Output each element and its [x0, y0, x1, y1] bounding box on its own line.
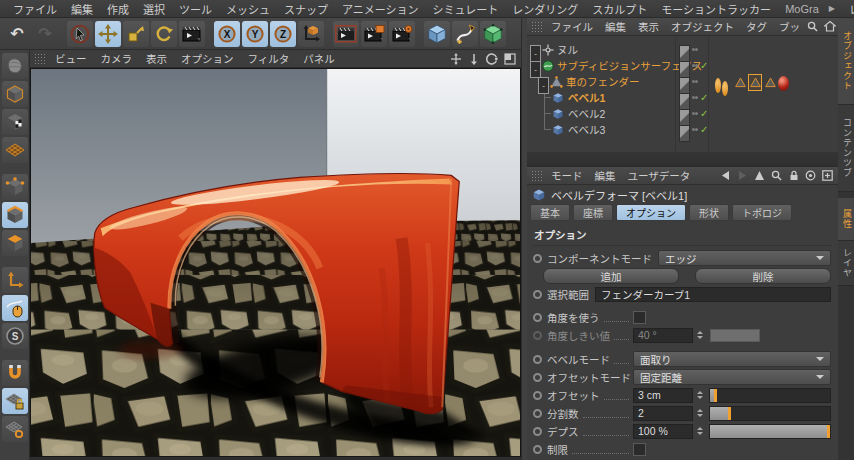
- add-cube-primitive-button[interactable]: [424, 21, 450, 47]
- om-search-icon[interactable]: [806, 20, 819, 33]
- viewport-menu-options[interactable]: オプション: [174, 51, 241, 66]
- history-forward-icon[interactable]: [736, 169, 749, 182]
- animation-dot[interactable]: [533, 427, 542, 436]
- bevel-mode-dropdown[interactable]: 面取り: [633, 351, 831, 367]
- viewport-canvas[interactable]: [30, 68, 521, 457]
- pan-view-icon[interactable]: [449, 52, 463, 66]
- add-subdivision-surface-button[interactable]: [480, 21, 506, 47]
- lock-icon[interactable]: [787, 169, 800, 182]
- animation-dot[interactable]: [533, 391, 542, 400]
- viewport-menu-panel[interactable]: パネル: [296, 51, 342, 66]
- snapping-button[interactable]: [2, 360, 28, 386]
- tab-content-browser[interactable]: コンテンツブ: [838, 105, 854, 192]
- object-row-bevel1[interactable]: ベベル1 ✓: [527, 90, 838, 105]
- z-axis-lock-button[interactable]: Z: [270, 21, 296, 47]
- menu-sculpt[interactable]: スカルプト: [585, 1, 654, 17]
- stepper[interactable]: [695, 406, 704, 421]
- panel-divider[interactable]: [527, 152, 838, 167]
- stepper[interactable]: [695, 424, 704, 439]
- menu-simulate[interactable]: シミュレート: [426, 1, 506, 17]
- object-row-null[interactable]: - ヌル: [527, 42, 838, 57]
- animation-dot[interactable]: [533, 409, 542, 418]
- polygons-mode-button[interactable]: [2, 230, 28, 256]
- limit-checkbox[interactable]: [633, 443, 646, 456]
- object-row-bevel2[interactable]: ベベル2 ✓: [527, 106, 838, 121]
- angle-threshold-slider[interactable]: [709, 328, 831, 343]
- tab-topology[interactable]: トポロジ: [732, 204, 792, 221]
- menu-mograph-truncated[interactable]: MoGra: [778, 3, 826, 15]
- menu-select[interactable]: 選択: [136, 1, 172, 17]
- visibility-dots[interactable]: [692, 106, 698, 121]
- viewport-menu-display[interactable]: 表示: [139, 51, 174, 66]
- visibility-dots[interactable]: [692, 122, 698, 137]
- panel-grip[interactable]: [34, 53, 45, 64]
- tab-object-manager[interactable]: オブジェクト: [838, 18, 854, 105]
- om-home-icon[interactable]: [823, 20, 836, 33]
- menu-motion-tracker[interactable]: モーショントラッカー: [654, 1, 778, 17]
- tab-options[interactable]: オプション: [616, 204, 686, 221]
- visibility-toggle[interactable]: [679, 125, 690, 142]
- stepper[interactable]: [695, 328, 704, 343]
- menu-rendering[interactable]: レンダリング: [505, 1, 585, 17]
- offset-value[interactable]: 3 cm: [633, 388, 693, 403]
- redo-button[interactable]: ↷: [32, 21, 58, 47]
- om-menu-edit[interactable]: 編集: [599, 19, 632, 34]
- y-axis-lock-button[interactable]: Y: [242, 21, 268, 47]
- animation-dot[interactable]: [533, 313, 542, 322]
- rotate-view-icon[interactable]: [485, 52, 499, 66]
- animation-dot[interactable]: [533, 331, 542, 340]
- am-menu-userdata[interactable]: ユーザデータ: [622, 168, 697, 183]
- tab-attributes[interactable]: 属性: [838, 198, 854, 241]
- am-menu-edit[interactable]: 編集: [589, 168, 622, 183]
- am-search-icon[interactable]: [770, 169, 783, 182]
- object-row-subdivision-surface[interactable]: - サブディビジョンサーフェイス ✓: [527, 58, 838, 73]
- last-tool-used[interactable]: [179, 21, 205, 47]
- render-to-picture-viewer-button[interactable]: [361, 21, 387, 47]
- stepper[interactable]: [695, 388, 704, 403]
- live-selection-tool[interactable]: [67, 21, 93, 47]
- object-row-bevel3[interactable]: ベベル3 ✓: [527, 122, 838, 137]
- move-tool[interactable]: [95, 21, 121, 47]
- am-add-panel-icon[interactable]: [821, 169, 834, 182]
- undo-button[interactable]: ↶: [4, 21, 30, 47]
- rotate-tool[interactable]: [151, 21, 177, 47]
- om-menu-tags[interactable]: タグ: [740, 19, 773, 34]
- om-menu-view[interactable]: 表示: [632, 19, 665, 34]
- angle-threshold-value[interactable]: 40 °: [633, 328, 693, 343]
- subdivision-slider[interactable]: [709, 406, 831, 421]
- material-tag-icon[interactable]: [778, 76, 789, 91]
- lock-workplane-button[interactable]: [2, 388, 28, 414]
- edge-selection-tag-icon[interactable]: [764, 75, 776, 90]
- edge-selection-tag-icon[interactable]: [734, 75, 746, 90]
- zoom-view-icon[interactable]: [467, 52, 481, 66]
- selection-name-field[interactable]: フェンダーカーブ1: [595, 287, 831, 302]
- tab-layers[interactable]: レイヤ: [838, 241, 854, 286]
- render-view-button[interactable]: [333, 21, 359, 47]
- render-settings-button[interactable]: [389, 21, 415, 47]
- animation-dot[interactable]: [533, 254, 542, 263]
- panel-grip[interactable]: [531, 170, 542, 181]
- animation-dot[interactable]: [533, 290, 542, 299]
- x-axis-lock-button[interactable]: X: [214, 21, 240, 47]
- om-menu-objects[interactable]: オブジェクト: [665, 19, 740, 34]
- offset-slider[interactable]: [709, 388, 831, 403]
- add-button[interactable]: 追加: [543, 268, 679, 284]
- menu-create[interactable]: 作成: [100, 1, 136, 17]
- menu-mesh[interactable]: メッシュ: [219, 1, 277, 17]
- visibility-dots[interactable]: [692, 58, 698, 73]
- component-mode-dropdown[interactable]: エッジ: [658, 250, 831, 266]
- menu-overflow-arrow[interactable]: ▶: [826, 4, 838, 13]
- enable-axis-button[interactable]: [2, 267, 28, 293]
- visibility-dots[interactable]: [692, 42, 698, 57]
- tab-basic[interactable]: 基本: [530, 204, 570, 221]
- history-back-icon[interactable]: [719, 169, 732, 182]
- menu-snap[interactable]: スナップ: [277, 1, 335, 17]
- enabled-check-icon[interactable]: ✓: [700, 106, 708, 121]
- enabled-check-icon[interactable]: ✓: [700, 58, 708, 73]
- workplane-mode-button[interactable]: [2, 137, 28, 163]
- use-angle-checkbox[interactable]: [633, 311, 646, 324]
- soft-selection-button[interactable]: S: [2, 323, 28, 349]
- enabled-check-icon[interactable]: ✓: [700, 122, 708, 137]
- edge-selection-tag-icon-selected[interactable]: [749, 75, 761, 90]
- scale-tool[interactable]: [123, 21, 149, 47]
